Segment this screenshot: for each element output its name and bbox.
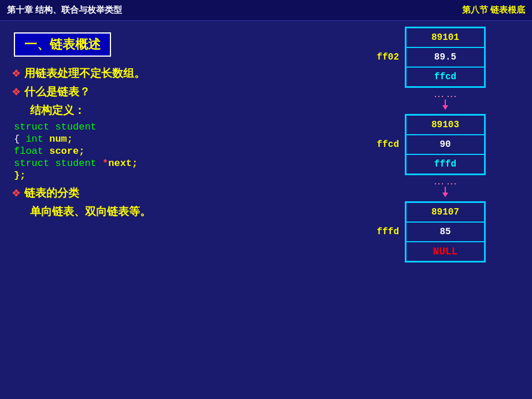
float-keyword: float xyxy=(14,146,43,157)
code-line-1: struct student xyxy=(14,121,333,132)
svg-text:……: …… xyxy=(434,89,459,99)
node-box-2: 89103 90 fffd xyxy=(405,114,486,175)
cell-ffcd-1: ffcd xyxy=(406,67,485,87)
num-var: num; xyxy=(43,134,73,145)
struct-keyword-2: struct student xyxy=(14,158,102,169)
bullet-item-2: ❖ 什么是链表？ xyxy=(12,84,341,99)
node-group-1: ff02 89101 89.5 ffcd xyxy=(370,27,520,88)
sub-heading: 结构定义： xyxy=(30,103,341,118)
node-box-3: 89107 85 NULL xyxy=(405,201,486,263)
node-address-ff02: ff02 xyxy=(370,52,399,62)
bullet-icon-2: ❖ xyxy=(12,86,21,98)
dots-1: …… xyxy=(405,89,486,113)
svg-marker-5 xyxy=(442,193,448,197)
dots-row-1: …… xyxy=(370,89,520,113)
node-box-1: 89101 89.5 ffcd xyxy=(405,27,486,88)
score-var: score; xyxy=(43,146,84,157)
code-line-3: float score; xyxy=(14,146,333,157)
node-address-ffcd: ffcd xyxy=(370,139,399,150)
brace-close: }; xyxy=(14,170,25,181)
cell-90: 90 xyxy=(406,135,485,154)
arrow-svg-2: …… xyxy=(405,176,486,197)
arrow-svg-1: …… xyxy=(405,89,486,110)
section-heading-text: 一、链表概述 xyxy=(24,37,101,51)
bottom-bullet-sub: 单向链表、双向链表等。 xyxy=(30,204,341,219)
bottom-bullets: ❖ 链表的分类 单向链表、双向链表等。 xyxy=(6,186,341,219)
dots-2: …… xyxy=(405,176,486,200)
section-title: 第八节 链表根底 xyxy=(462,5,525,16)
bullet-item-1: ❖ 用链表处理不定长数组。 xyxy=(12,66,341,81)
cell-fffd: fffd xyxy=(406,154,485,174)
right-diagram: ff02 89101 89.5 ffcd …… ffcd 89103 90 ff… xyxy=(370,27,520,263)
svg-text:……: …… xyxy=(434,176,459,187)
chapter-title: 第十章 结构、联合与枚举类型 xyxy=(7,5,122,16)
cell-89101: 89101 xyxy=(406,28,485,47)
code-line-4: struct student *next; xyxy=(14,158,333,169)
next-var: next; xyxy=(108,158,138,169)
section-heading: 一、链表概述 xyxy=(14,32,111,57)
brace-open: { xyxy=(14,134,25,145)
code-block: struct student { int num; float score; s… xyxy=(14,121,333,181)
bullet-icon-1: ❖ xyxy=(12,67,21,80)
bottom-bullet-1: ❖ 链表的分类 xyxy=(12,186,341,201)
cell-89103: 89103 xyxy=(406,115,485,135)
int-keyword: int xyxy=(25,134,43,145)
left-content: 一、链表概述 ❖ 用链表处理不定长数组。 ❖ 什么是链表？ 结构定义： stru… xyxy=(6,27,341,219)
cell-89107: 89107 xyxy=(406,202,485,222)
code-line-5: }; xyxy=(14,170,333,181)
node-group-2: ffcd 89103 90 fffd xyxy=(370,114,520,175)
cell-89-5: 89.5 xyxy=(406,47,485,67)
code-line-2: { int num; xyxy=(14,134,333,145)
dots-row-2: …… xyxy=(370,176,520,200)
top-bar: 第十章 结构、联合与枚举类型 第八节 链表根底 xyxy=(0,0,532,21)
bullet-text-2: 什么是链表？ xyxy=(24,84,90,99)
bullet-text-1: 用链表处理不定长数组。 xyxy=(24,66,145,81)
cell-85: 85 xyxy=(406,222,485,242)
bottom-bullet-text-1: 链表的分类 xyxy=(24,186,79,201)
bottom-bullet-icon-1: ❖ xyxy=(12,187,21,200)
svg-marker-2 xyxy=(442,105,448,110)
node-group-3: fffd 89107 85 NULL xyxy=(370,201,520,263)
node-address-fffd: fffd xyxy=(370,227,399,237)
cell-null: NULL xyxy=(406,242,485,261)
pointer-star: * xyxy=(102,158,108,169)
